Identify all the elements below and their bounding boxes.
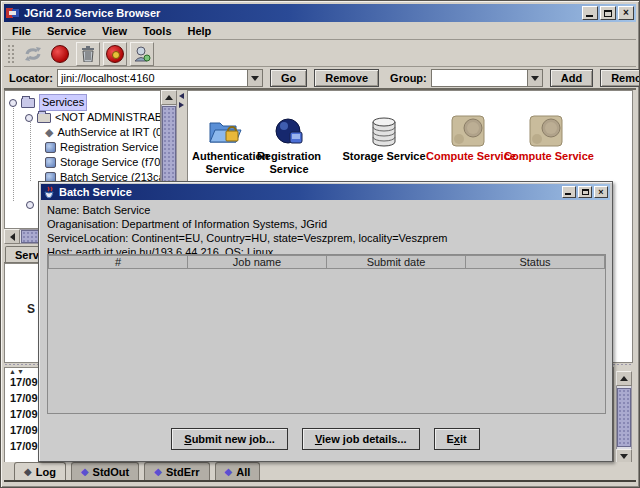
menu-view[interactable]: View — [102, 25, 127, 37]
diamond-icon: ◆ — [225, 466, 233, 477]
tab-log[interactable]: ◆ Log — [14, 462, 66, 480]
service-compute-1[interactable]: Compute Service — [426, 111, 510, 163]
batch-window-title: Batch Service — [59, 186, 132, 198]
tab-stderr[interactable]: ◆ StdErr — [144, 462, 209, 480]
folder-icon — [21, 98, 35, 108]
tree-node-services[interactable]: Services — [9, 95, 87, 110]
tree-node-authservice[interactable]: ◆ AuthService at IRT (00 — [45, 125, 161, 140]
close-icon[interactable]: × — [594, 186, 608, 198]
tree-node-group[interactable]: <NOT ADMINISTRABLE> — [25, 110, 161, 125]
service-label[interactable]: Storage Service — [338, 150, 430, 163]
service-label[interactable]: Registration Service — [254, 150, 324, 176]
minimize-icon[interactable] — [562, 186, 576, 198]
batch-buttons: Submit new job... View job details... Ex… — [39, 428, 612, 450]
tree-label[interactable]: AuthService at IRT (00 — [57, 125, 161, 140]
close-icon[interactable]: × — [618, 6, 634, 20]
go-button[interactable]: Go — [270, 69, 307, 87]
menubar: File Service View Tools Help — [4, 22, 636, 40]
expand-handle-icon[interactable] — [25, 114, 33, 122]
toolbar-grip[interactable] — [7, 44, 16, 64]
service-label[interactable]: Compute Service — [504, 150, 588, 163]
locator-combo[interactable] — [57, 69, 263, 87]
menu-file[interactable]: File — [12, 25, 31, 37]
diamond-icon: ◆ — [24, 466, 32, 477]
service-compute-2[interactable]: Compute Service — [504, 111, 588, 163]
user-icon[interactable] — [130, 42, 154, 66]
tab-label: Log — [36, 466, 56, 478]
column-submit-date[interactable]: Submit date — [327, 255, 466, 269]
maximize-icon[interactable] — [578, 186, 592, 198]
collapse-right-icon[interactable] — [179, 102, 184, 108]
trash-icon[interactable] — [76, 42, 100, 66]
tree-label[interactable]: Storage Service (f700 — [60, 155, 161, 170]
diamond-icon: ◆ — [45, 125, 53, 140]
group-input[interactable] — [431, 69, 527, 87]
service-authentication[interactable]: Authentication Service — [192, 111, 258, 176]
app-icon — [6, 7, 20, 19]
scroll-up-icon[interactable] — [616, 371, 632, 386]
jobs-table: # Job name Submit date Status — [47, 254, 606, 414]
view-job-details-button[interactable]: View job details... — [302, 428, 420, 450]
tab-stdout[interactable]: ◆ StdOut — [71, 462, 139, 480]
tree-label[interactable]: Registration Service at — [60, 140, 161, 155]
batch-window-titlebar[interactable]: Batch Service × — [41, 184, 610, 200]
group-remove-button[interactable]: Remove — [600, 69, 640, 87]
maximize-icon[interactable] — [600, 6, 616, 20]
service-label[interactable]: Compute Service — [426, 150, 510, 163]
tree-label[interactable]: <NOT ADMINISTRABLE> — [55, 110, 161, 125]
window-title: JGrid 2.0 Service Browser — [24, 7, 160, 19]
menu-help[interactable]: Help — [188, 25, 212, 37]
stop-icon[interactable] — [49, 43, 71, 65]
column-number[interactable]: # — [48, 255, 188, 269]
menu-service[interactable]: Service — [47, 25, 86, 37]
collapse-left-icon[interactable] — [179, 93, 184, 99]
tree-node-storage[interactable]: Storage Service (f700 — [45, 155, 161, 170]
scroll-left-icon[interactable] — [4, 229, 20, 244]
tree-label[interactable]: Services — [39, 94, 87, 111]
exit-button[interactable]: Exit — [434, 428, 480, 450]
service-storage[interactable]: Storage Service — [338, 111, 430, 163]
service-info: Name: Batch Service Oraganisation: Depar… — [47, 203, 447, 259]
log-vertical-scrollbar[interactable] — [616, 371, 632, 464]
service-icon — [45, 157, 56, 168]
add-button[interactable]: Add — [550, 69, 593, 87]
minimize-icon[interactable] — [582, 6, 598, 20]
compute-icon — [504, 111, 588, 147]
submit-new-job-button[interactable]: Submit new job... — [171, 428, 288, 450]
registration-globe-icon — [254, 111, 324, 147]
log-row[interactable]: 17/09. — [10, 440, 41, 452]
group-dropdown-icon[interactable] — [527, 69, 543, 87]
locator-input[interactable] — [57, 69, 247, 87]
log-row[interactable]: 17/09. — [10, 424, 41, 436]
log-row[interactable]: 17/09. — [10, 392, 41, 404]
column-status[interactable]: Status — [466, 255, 605, 269]
locator-remove-button[interactable]: Remove — [314, 69, 379, 87]
sort-arrows-icon[interactable]: ▲▼ — [9, 368, 25, 375]
locator-dropdown-icon[interactable] — [247, 69, 263, 87]
tab-label: StdOut — [93, 466, 130, 478]
tab-label: StdErr — [166, 466, 200, 478]
tab-all[interactable]: ◆ All — [215, 462, 261, 480]
diamond-icon: ◆ — [154, 466, 162, 477]
expand-handle-icon[interactable] — [26, 201, 34, 209]
main-area: Services <NOT ADMINISTRABLE> ◆ AuthServi… — [4, 90, 638, 464]
menu-tools[interactable]: Tools — [143, 25, 172, 37]
stop-badge-icon[interactable] — [103, 42, 127, 66]
service-registration[interactable]: Registration Service — [254, 111, 324, 176]
info-organisation: Oraganisation: Department of Information… — [47, 217, 447, 231]
log-row[interactable]: 17/09. — [10, 408, 41, 420]
group-combo[interactable] — [431, 69, 543, 87]
scroll-up-icon[interactable] — [161, 90, 177, 105]
diamond-icon: ◆ — [81, 466, 89, 477]
service-icon — [45, 142, 56, 153]
java-cup-icon — [43, 186, 55, 199]
batch-service-window: Batch Service × Name: Batch Service Orag… — [38, 181, 613, 462]
expand-handle-icon[interactable] — [9, 99, 17, 107]
refresh-icon[interactable] — [22, 43, 44, 65]
column-job-name[interactable]: Job name — [188, 255, 327, 269]
database-icon — [338, 111, 430, 147]
service-label[interactable]: Authentication Service — [192, 150, 258, 176]
log-row[interactable]: 17/09. — [10, 376, 41, 388]
tree-node-registration[interactable]: Registration Service at — [45, 140, 161, 155]
scrollbar-thumb[interactable] — [617, 388, 631, 447]
